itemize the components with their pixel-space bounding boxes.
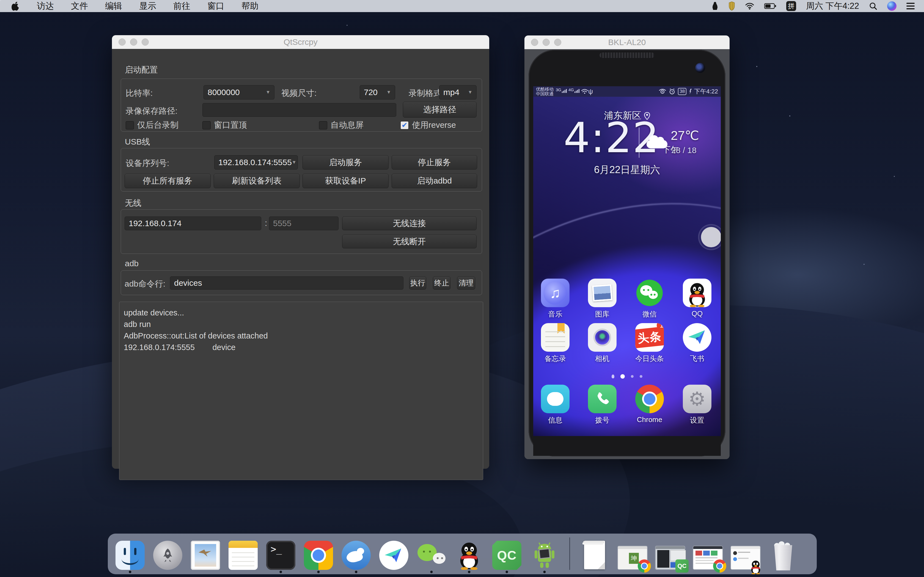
dock-item-finder[interactable]: [115, 538, 145, 570]
bitrate-combo[interactable]: 8000000▼: [204, 85, 275, 100]
chrome-app-icon[interactable]: [635, 385, 664, 413]
stop-all-services-button[interactable]: 停止所有服务: [124, 174, 211, 188]
menu-item-go[interactable]: 前往: [173, 0, 190, 12]
wireless-disconnect-button[interactable]: 无线断开: [342, 235, 477, 248]
menu-item-file[interactable]: 文件: [71, 0, 88, 12]
app-toutiao[interactable]: 头条 1 今日头条: [633, 323, 666, 364]
checkbox-box-checked[interactable]: ✔: [401, 121, 409, 129]
wireless-ip-input[interactable]: [124, 216, 261, 230]
get-device-ip-button[interactable]: 获取设备IP: [302, 174, 389, 188]
dock-item-feishu[interactable]: [379, 538, 409, 570]
dock-item-window-thumb-qtscrcpy[interactable]: QC: [655, 538, 685, 570]
menu-item-window[interactable]: 窗口: [207, 0, 225, 12]
dock-item-mail[interactable]: [190, 538, 221, 570]
menu-item-view[interactable]: 显示: [139, 0, 156, 12]
dock-item-terminal[interactable]: >_: [266, 538, 296, 570]
music-app-icon[interactable]: ♫: [541, 279, 570, 307]
checkbox-box[interactable]: [126, 121, 134, 129]
app-feishu[interactable]: 飞书: [681, 323, 714, 364]
messages-app-icon[interactable]: [541, 385, 570, 413]
camera-app-icon[interactable]: [588, 323, 617, 352]
dock-item-trash[interactable]: [768, 538, 798, 570]
wireless-connect-button[interactable]: 无线连接: [342, 216, 477, 230]
start-service-button[interactable]: 启动服务: [302, 155, 389, 169]
menu-item-finder[interactable]: 访达: [37, 0, 54, 12]
zoom-button[interactable]: [142, 39, 149, 46]
refresh-device-list-button[interactable]: 刷新设备列表: [214, 174, 300, 188]
settings-app-icon[interactable]: ⚙: [683, 385, 711, 413]
menu-item-help[interactable]: 帮助: [241, 0, 258, 12]
pinyin-input-icon[interactable]: 拼: [786, 1, 796, 11]
checkbox-always-on-top[interactable]: 窗口置顶: [202, 119, 247, 131]
apple-menu-icon[interactable]: [11, 2, 20, 11]
record-path-input[interactable]: [202, 103, 396, 117]
minimize-button[interactable]: [543, 39, 550, 46]
checkbox-box[interactable]: [319, 121, 327, 129]
close-button[interactable]: [531, 39, 538, 46]
checkbox-use-reverse[interactable]: ✔ 使用reverse: [401, 119, 456, 131]
adb-log-output[interactable]: update devices... adb run AdbProcess::ou…: [119, 302, 483, 480]
wireless-port-input[interactable]: [269, 216, 339, 230]
dock-item-seal-app[interactable]: [341, 538, 371, 570]
dock-item-wechat[interactable]: [416, 538, 447, 570]
wireless-groupbox: : 无线连接 无线断开: [121, 210, 482, 254]
notification-list-icon[interactable]: [906, 3, 915, 9]
zoom-button[interactable]: [554, 39, 561, 46]
record-format-combo[interactable]: mp4▼: [439, 85, 477, 100]
phone-screen[interactable]: 优酷移动 中国联通 3G 4G ψ: [533, 86, 721, 436]
video-size-combo[interactable]: 720▼: [360, 85, 395, 100]
gallery-app-icon[interactable]: [588, 279, 617, 307]
shield-icon[interactable]: [729, 2, 735, 11]
app-notes[interactable]: 备忘录: [539, 323, 572, 364]
adb-kill-button[interactable]: 终止: [433, 276, 451, 290]
adb-exec-button[interactable]: 执行: [409, 276, 426, 290]
start-adbd-button[interactable]: 启动adbd: [392, 174, 477, 188]
dock-item-qq[interactable]: [454, 538, 484, 570]
app-camera[interactable]: 相机: [586, 323, 619, 364]
date-widget[interactable]: 6月22日星期六: [533, 163, 721, 177]
checkbox-box[interactable]: [202, 121, 211, 129]
app-dialer[interactable]: 拨号: [586, 385, 619, 425]
app-chrome[interactable]: Chrome: [633, 385, 666, 424]
dialer-app-icon[interactable]: [588, 385, 617, 413]
dock-item-window-thumb-qq[interactable]: [730, 538, 761, 570]
checkbox-screen-off[interactable]: 自动息屏: [319, 119, 363, 131]
dock-item-window-thumb-web[interactable]: [693, 538, 723, 570]
checkbox-background-record[interactable]: 仅后台录制: [126, 119, 178, 131]
app-wechat[interactable]: 微信: [633, 279, 666, 319]
minimize-button[interactable]: [130, 39, 137, 46]
choose-path-button[interactable]: 选择路径: [403, 102, 477, 118]
app-label: 拨号: [586, 416, 619, 425]
qq-app-icon[interactable]: [683, 279, 711, 307]
notes-app-icon[interactable]: [541, 323, 570, 352]
dock-item-chrome[interactable]: [303, 538, 334, 570]
wechat-app-icon[interactable]: [635, 279, 664, 307]
app-messages[interactable]: 信息: [539, 385, 572, 425]
close-button[interactable]: [118, 39, 126, 46]
dock-item-launchpad[interactable]: [153, 538, 183, 570]
battery-icon[interactable]: [764, 3, 776, 9]
feishu-app-icon[interactable]: [683, 323, 711, 352]
phone-titlebar[interactable]: BKL-AL20: [524, 35, 730, 49]
dock-item-qtscrcpy[interactable]: QC: [492, 538, 522, 570]
dock-item-notes[interactable]: [228, 538, 258, 570]
adb-clear-button[interactable]: 清理: [457, 276, 475, 290]
dock-item-android-tool[interactable]: [529, 538, 560, 570]
serial-combo[interactable]: 192.168.0.174:5555▼: [214, 155, 298, 169]
app-settings[interactable]: ⚙ 设置: [681, 385, 714, 425]
siri-icon[interactable]: [887, 2, 897, 11]
dock-item-window-thumb-chrome[interactable]: 坤: [617, 538, 648, 570]
toutiao-app-icon[interactable]: 头条 1: [635, 323, 664, 352]
app-qq[interactable]: QQ: [681, 279, 714, 318]
adb-cmd-input[interactable]: [170, 276, 404, 290]
menu-item-edit[interactable]: 编辑: [105, 0, 122, 12]
app-music[interactable]: ♫ 音乐: [539, 279, 572, 319]
dock-item-documents-stack[interactable]: [580, 538, 610, 570]
menu-bar-clock[interactable]: 周六 下午4:22: [806, 0, 859, 12]
search-icon[interactable]: [869, 2, 877, 10]
wifi-icon[interactable]: [745, 2, 754, 10]
app-gallery[interactable]: 图库: [586, 279, 619, 319]
stop-service-button[interactable]: 停止服务: [392, 155, 477, 169]
qtscrcpy-titlebar[interactable]: QtScrcpy: [112, 35, 489, 49]
qq-penguin-icon[interactable]: [711, 2, 719, 11]
